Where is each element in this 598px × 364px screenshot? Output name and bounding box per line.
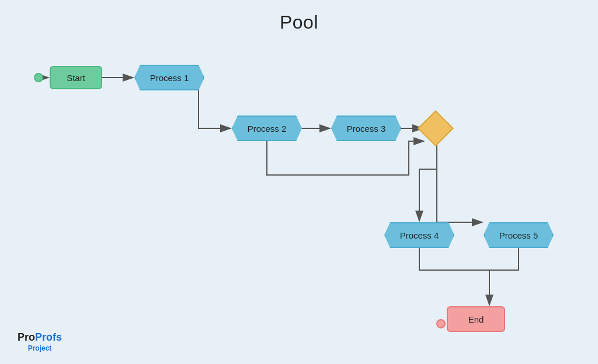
- process5-node[interactable]: Process 5: [484, 222, 554, 248]
- start-node[interactable]: Start: [50, 66, 102, 89]
- diagram-title: Pool: [0, 0, 598, 33]
- process3-node[interactable]: Process 3: [331, 116, 401, 141]
- diagram-container: Pool Start: [0, 0, 598, 364]
- process1-node[interactable]: Process 1: [134, 65, 204, 90]
- logo: ProProfs Project: [18, 331, 62, 352]
- diamond-node: [418, 110, 454, 146]
- process2-node[interactable]: Process 2: [232, 116, 302, 141]
- process4-node[interactable]: Process 4: [384, 222, 454, 248]
- logo-profs: Profs: [35, 331, 62, 343]
- arrows-svg: [0, 0, 598, 364]
- logo-pro: Pro: [18, 331, 35, 343]
- end-node[interactable]: End: [447, 306, 505, 332]
- logo-sub: Project: [18, 344, 62, 352]
- end-dot: [436, 319, 446, 328]
- start-dot: [34, 73, 43, 82]
